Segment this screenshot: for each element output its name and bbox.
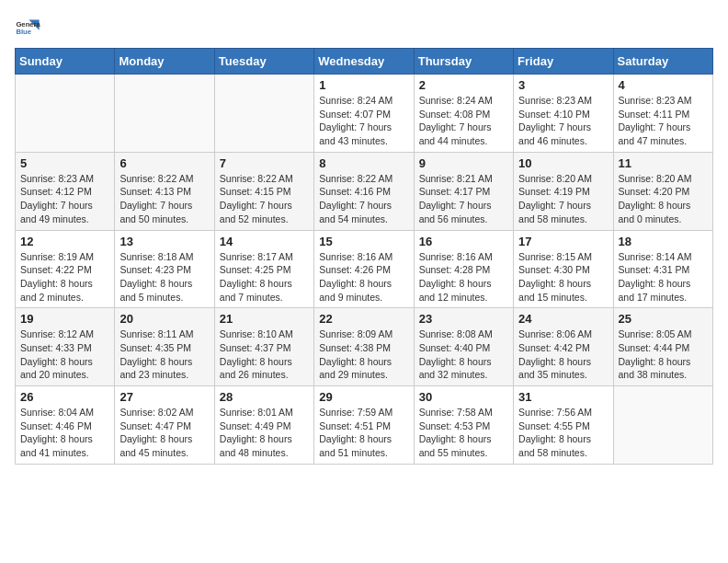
day-info: Sunrise: 8:18 AM Sunset: 4:23 PM Dayligh… [119,250,209,304]
calendar-week-row: 19Sunrise: 8:12 AM Sunset: 4:33 PM Dayli… [16,308,713,386]
calendar-cell: 4Sunrise: 8:23 AM Sunset: 4:11 PM Daylig… [613,75,712,153]
day-info: Sunrise: 8:06 AM Sunset: 4:42 PM Dayligh… [518,327,608,382]
calendar-cell: 1Sunrise: 8:24 AM Sunset: 4:07 PM Daylig… [314,75,414,153]
calendar-cell: 5Sunrise: 8:23 AM Sunset: 4:12 PM Daylig… [16,152,115,230]
day-number: 10 [518,156,608,170]
day-info: Sunrise: 8:21 AM Sunset: 4:17 PM Dayligh… [419,172,508,226]
day-number: 1 [319,78,408,92]
calendar-cell [214,75,313,153]
day-number: 18 [619,235,708,248]
calendar-cell: 7Sunrise: 8:22 AM Sunset: 4:15 PM Daylig… [214,152,313,230]
calendar-cell: 11Sunrise: 8:20 AM Sunset: 4:20 PM Dayli… [613,152,712,230]
day-number: 4 [619,78,708,92]
calendar-cell: 10Sunrise: 8:20 AM Sunset: 4:19 PM Dayli… [514,152,613,230]
day-info: Sunrise: 8:20 AM Sunset: 4:20 PM Dayligh… [619,172,708,226]
calendar-cell: 28Sunrise: 8:01 AM Sunset: 4:49 PM Dayli… [214,386,313,465]
day-number: 29 [319,390,408,404]
day-info: Sunrise: 8:01 AM Sunset: 4:49 PM Dayligh… [220,406,309,460]
calendar-cell [613,386,712,465]
calendar-week-row: 12Sunrise: 8:19 AM Sunset: 4:22 PM Dayli… [16,230,713,308]
calendar-cell: 23Sunrise: 8:08 AM Sunset: 4:40 PM Dayli… [414,308,513,386]
day-info: Sunrise: 8:10 AM Sunset: 4:37 PM Dayligh… [220,327,309,382]
calendar-header-monday: Monday [115,49,214,75]
calendar-cell: 25Sunrise: 8:05 AM Sunset: 4:44 PM Dayli… [613,308,712,386]
day-info: Sunrise: 8:14 AM Sunset: 4:31 PM Dayligh… [619,250,708,304]
day-info: Sunrise: 8:22 AM Sunset: 4:16 PM Dayligh… [319,172,408,226]
calendar-cell: 19Sunrise: 8:12 AM Sunset: 4:33 PM Dayli… [16,308,115,386]
day-info: Sunrise: 8:02 AM Sunset: 4:47 PM Dayligh… [119,406,209,460]
day-info: Sunrise: 8:12 AM Sunset: 4:33 PM Dayligh… [20,327,109,382]
day-info: Sunrise: 8:04 AM Sunset: 4:46 PM Dayligh… [20,406,109,460]
day-number: 6 [119,156,209,170]
calendar-header-tuesday: Tuesday [214,49,313,75]
calendar-cell: 14Sunrise: 8:17 AM Sunset: 4:25 PM Dayli… [214,230,313,308]
calendar-cell: 9Sunrise: 8:21 AM Sunset: 4:17 PM Daylig… [414,152,513,230]
day-number: 28 [220,390,309,404]
day-number: 17 [518,235,608,248]
day-number: 25 [619,312,708,326]
calendar-cell: 22Sunrise: 8:09 AM Sunset: 4:38 PM Dayli… [314,308,414,386]
calendar-cell [16,75,115,153]
day-number: 21 [220,312,309,326]
day-number: 31 [518,390,608,404]
day-info: Sunrise: 8:19 AM Sunset: 4:22 PM Dayligh… [20,250,109,304]
day-number: 30 [419,390,508,404]
day-info: Sunrise: 8:24 AM Sunset: 4:07 PM Dayligh… [319,94,408,148]
calendar-cell: 18Sunrise: 8:14 AM Sunset: 4:31 PM Dayli… [613,230,712,308]
calendar-cell: 13Sunrise: 8:18 AM Sunset: 4:23 PM Dayli… [115,230,214,308]
calendar-cell [115,75,214,153]
svg-text:General: General [16,20,40,29]
day-info: Sunrise: 8:17 AM Sunset: 4:25 PM Dayligh… [220,250,309,304]
calendar-cell: 29Sunrise: 7:59 AM Sunset: 4:51 PM Dayli… [314,386,414,465]
day-info: Sunrise: 8:09 AM Sunset: 4:38 PM Dayligh… [319,327,408,382]
calendar-cell: 30Sunrise: 7:58 AM Sunset: 4:53 PM Dayli… [414,386,513,465]
day-number: 11 [619,156,708,170]
day-info: Sunrise: 8:08 AM Sunset: 4:40 PM Dayligh… [419,327,508,382]
page-header: General Blue [15,15,713,40]
calendar-week-row: 26Sunrise: 8:04 AM Sunset: 4:46 PM Dayli… [16,386,713,465]
day-number: 2 [419,78,508,92]
day-number: 27 [119,390,209,404]
day-number: 22 [319,312,408,326]
day-number: 19 [20,312,109,326]
day-info: Sunrise: 8:23 AM Sunset: 4:11 PM Dayligh… [619,94,708,148]
calendar-header-row: SundayMondayTuesdayWednesdayThursdayFrid… [16,49,713,75]
calendar-cell: 8Sunrise: 8:22 AM Sunset: 4:16 PM Daylig… [314,152,414,230]
day-info: Sunrise: 8:24 AM Sunset: 4:08 PM Dayligh… [419,94,508,148]
day-number: 15 [319,235,408,248]
day-info: Sunrise: 8:05 AM Sunset: 4:44 PM Dayligh… [619,327,708,382]
calendar-cell: 21Sunrise: 8:10 AM Sunset: 4:37 PM Dayli… [214,308,313,386]
calendar-table: SundayMondayTuesdayWednesdayThursdayFrid… [15,48,713,465]
day-number: 26 [20,390,109,404]
calendar-cell: 15Sunrise: 8:16 AM Sunset: 4:26 PM Dayli… [314,230,414,308]
day-info: Sunrise: 8:16 AM Sunset: 4:28 PM Dayligh… [419,250,508,304]
calendar-cell: 2Sunrise: 8:24 AM Sunset: 4:08 PM Daylig… [414,75,513,153]
day-number: 9 [419,156,508,170]
calendar-week-row: 5Sunrise: 8:23 AM Sunset: 4:12 PM Daylig… [16,152,713,230]
day-number: 20 [119,312,209,326]
day-info: Sunrise: 8:22 AM Sunset: 4:15 PM Dayligh… [220,172,309,226]
day-number: 12 [20,235,109,248]
day-number: 5 [20,156,109,170]
day-info: Sunrise: 8:23 AM Sunset: 4:10 PM Dayligh… [518,94,608,148]
calendar-cell: 3Sunrise: 8:23 AM Sunset: 4:10 PM Daylig… [514,75,613,153]
calendar-header-wednesday: Wednesday [314,49,414,75]
calendar-header-friday: Friday [514,49,613,75]
calendar-header-thursday: Thursday [414,49,513,75]
logo-icon: General Blue [15,15,40,40]
day-number: 3 [518,78,608,92]
day-info: Sunrise: 8:22 AM Sunset: 4:13 PM Dayligh… [119,172,209,226]
calendar-cell: 16Sunrise: 8:16 AM Sunset: 4:28 PM Dayli… [414,230,513,308]
day-number: 24 [518,312,608,326]
day-number: 16 [419,235,508,248]
day-number: 7 [220,156,309,170]
calendar-week-row: 1Sunrise: 8:24 AM Sunset: 4:07 PM Daylig… [16,75,713,153]
svg-text:Blue: Blue [16,28,31,36]
calendar-header-saturday: Saturday [613,49,712,75]
day-info: Sunrise: 8:11 AM Sunset: 4:35 PM Dayligh… [119,327,209,382]
calendar-cell: 6Sunrise: 8:22 AM Sunset: 4:13 PM Daylig… [115,152,214,230]
day-info: Sunrise: 7:56 AM Sunset: 4:55 PM Dayligh… [518,406,608,460]
day-info: Sunrise: 8:23 AM Sunset: 4:12 PM Dayligh… [20,172,109,226]
calendar-cell: 17Sunrise: 8:15 AM Sunset: 4:30 PM Dayli… [514,230,613,308]
day-info: Sunrise: 7:58 AM Sunset: 4:53 PM Dayligh… [419,406,508,460]
